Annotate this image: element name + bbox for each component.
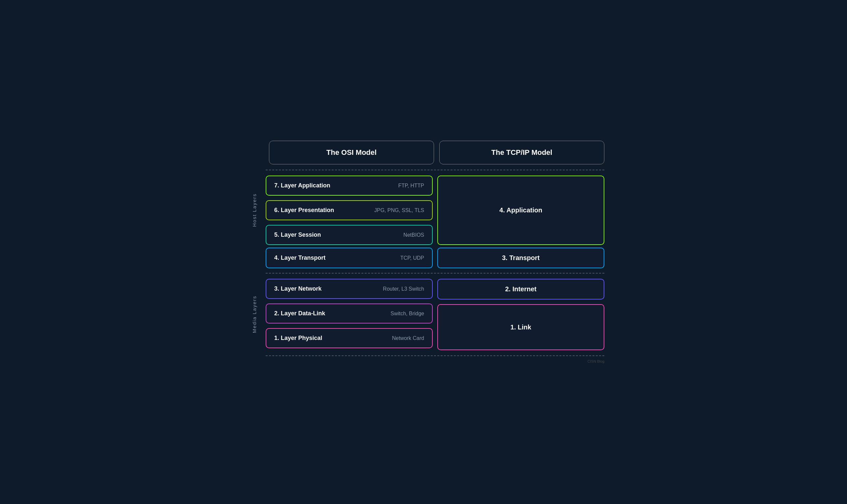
tcp4-name: 4. Application	[500, 206, 542, 214]
layer7-name: 7. Layer Application	[274, 182, 398, 189]
bottom-divider	[266, 355, 604, 356]
layer3-name: 3. Layer Network	[274, 285, 383, 292]
layer5-box: 5. Layer Session NetBIOS	[266, 225, 433, 245]
media-label: Media Layers	[252, 295, 257, 333]
tcp4-box: 4. Application	[437, 176, 604, 245]
layer5-protocol: NetBIOS	[403, 232, 424, 238]
tcp-host-col: 4. Application	[437, 176, 604, 245]
tcp-title: The TCP/IP Model	[447, 148, 597, 157]
top-divider	[266, 170, 604, 170]
tcp2-box: 2. Internet	[437, 279, 604, 300]
layer6-name: 6. Layer Presentation	[274, 207, 374, 214]
watermark: CISN Blog	[269, 359, 604, 363]
media-label-col: Media Layers	[243, 276, 266, 353]
osi-media-col: 3. Layer Network Router, L3 Switch 2. La…	[266, 279, 433, 350]
tcp3-box: 3. Transport	[437, 248, 604, 268]
tcp3-name: 3. Transport	[502, 254, 540, 262]
layer1-box: 1. Layer Physical Network Card	[266, 328, 433, 348]
tcp1-name: 1. Link	[510, 324, 531, 331]
osi-title: The OSI Model	[276, 148, 427, 157]
layer2-box: 2. Layer Data-Link Switch, Bridge	[266, 303, 433, 324]
tcp1-box: 1. Link	[437, 304, 604, 350]
layer3-protocol: Router, L3 Switch	[383, 286, 424, 292]
layer3-box: 3. Layer Network Router, L3 Switch	[266, 279, 433, 299]
media-layers-grid: 3. Layer Network Router, L3 Switch 2. La…	[266, 276, 604, 353]
layer1-name: 1. Layer Physical	[274, 335, 392, 342]
layer7-protocol: FTP, HTTP	[398, 183, 424, 189]
host-label-col: Host Layers	[243, 173, 266, 248]
header-row: The OSI Model The TCP/IP Model	[269, 141, 604, 164]
layer5-name: 5. Layer Session	[274, 231, 403, 238]
tcp-header: The TCP/IP Model	[439, 141, 604, 164]
layer6-box: 6. Layer Presentation JPG, PNG, SSL, TLS	[266, 200, 433, 220]
layer4-box: 4. Layer Transport TCP, UDP	[266, 248, 433, 268]
transport-row: 4. Layer Transport TCP, UDP 3. Transport	[266, 248, 604, 268]
host-layers-grid: 7. Layer Application FTP, HTTP 6. Layer …	[266, 173, 604, 248]
tcp-media-col: 2. Internet 1. Link	[437, 279, 604, 350]
layer4-protocol: TCP, UDP	[400, 255, 424, 261]
media-section: Media Layers 3. Layer Network Router, L3…	[243, 276, 604, 353]
layer2-name: 2. Layer Data-Link	[274, 310, 391, 317]
osi-header: The OSI Model	[269, 141, 434, 164]
tcp2-name: 2. Internet	[505, 285, 537, 293]
diagram-container: The OSI Model The TCP/IP Model Host Laye…	[243, 141, 604, 363]
layer4-name: 4. Layer Transport	[274, 254, 400, 262]
layer2-protocol: Switch, Bridge	[391, 311, 424, 317]
layer1-protocol: Network Card	[392, 335, 424, 341]
osi-host-col: 7. Layer Application FTP, HTTP 6. Layer …	[266, 176, 433, 245]
layer7-box: 7. Layer Application FTP, HTTP	[266, 176, 433, 196]
transport-grid: 4. Layer Transport TCP, UDP 3. Transport	[266, 248, 604, 268]
host-section: Host Layers 7. Layer Application FTP, HT…	[243, 173, 604, 248]
layer6-protocol: JPG, PNG, SSL, TLS	[374, 208, 424, 213]
host-label: Host Layers	[252, 193, 257, 227]
mid-divider	[266, 273, 604, 273]
